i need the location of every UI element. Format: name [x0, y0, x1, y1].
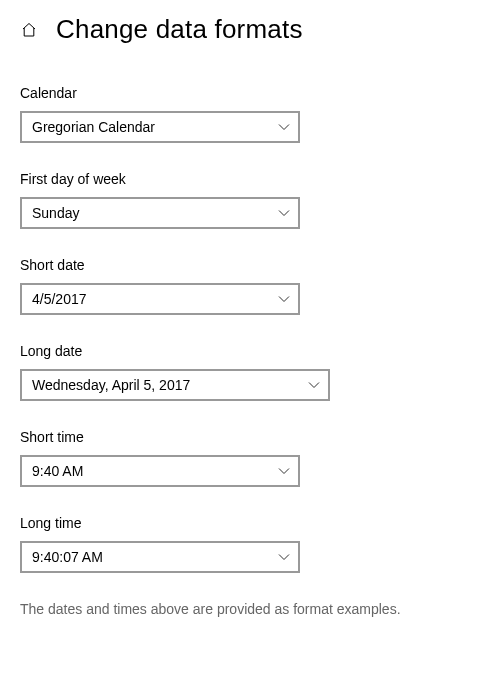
long-date-select[interactable]: Wednesday, April 5, 2017 [20, 369, 330, 401]
first-day-label: First day of week [20, 171, 483, 187]
long-time-value: 9:40:07 AM [32, 549, 103, 565]
chevron-down-icon [278, 551, 290, 563]
long-date-value: Wednesday, April 5, 2017 [32, 377, 190, 393]
long-time-label: Long time [20, 515, 483, 531]
chevron-down-icon [278, 293, 290, 305]
page-title: Change data formats [56, 14, 303, 45]
field-long-date: Long date Wednesday, April 5, 2017 [20, 343, 483, 401]
format-examples-note: The dates and times above are provided a… [20, 601, 483, 617]
field-long-time: Long time 9:40:07 AM [20, 515, 483, 573]
chevron-down-icon [308, 379, 320, 391]
field-short-date: Short date 4/5/2017 [20, 257, 483, 315]
short-time-label: Short time [20, 429, 483, 445]
short-date-select[interactable]: 4/5/2017 [20, 283, 300, 315]
home-icon[interactable] [20, 21, 38, 39]
short-date-label: Short date [20, 257, 483, 273]
short-time-value: 9:40 AM [32, 463, 83, 479]
calendar-value: Gregorian Calendar [32, 119, 155, 135]
chevron-down-icon [278, 465, 290, 477]
field-first-day: First day of week Sunday [20, 171, 483, 229]
short-date-value: 4/5/2017 [32, 291, 87, 307]
calendar-select[interactable]: Gregorian Calendar [20, 111, 300, 143]
field-calendar: Calendar Gregorian Calendar [20, 85, 483, 143]
first-day-value: Sunday [32, 205, 79, 221]
first-day-select[interactable]: Sunday [20, 197, 300, 229]
long-date-label: Long date [20, 343, 483, 359]
page-header: Change data formats [20, 14, 483, 45]
long-time-select[interactable]: 9:40:07 AM [20, 541, 300, 573]
chevron-down-icon [278, 121, 290, 133]
chevron-down-icon [278, 207, 290, 219]
field-short-time: Short time 9:40 AM [20, 429, 483, 487]
short-time-select[interactable]: 9:40 AM [20, 455, 300, 487]
calendar-label: Calendar [20, 85, 483, 101]
